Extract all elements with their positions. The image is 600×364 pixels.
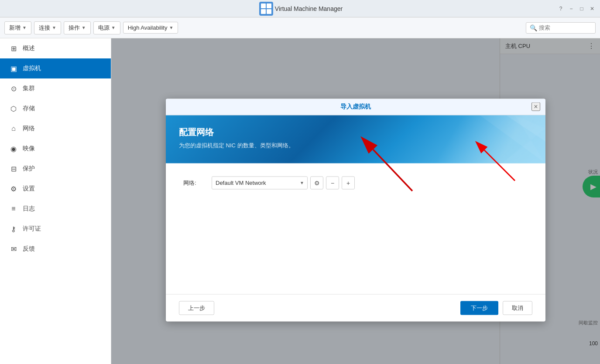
question-btn[interactable]: ? xyxy=(557,5,564,12)
dialog-banner: 配置网络 为您的虚拟机指定 NIC 的数量、类型和网络。 xyxy=(166,115,545,163)
search-icon: 🔍 xyxy=(530,24,537,31)
app-window: 新增 ▼ 连接 ▼ 操作 ▼ 电源 ▼ High Availability ▼ … xyxy=(0,17,600,364)
plus-icon: + xyxy=(346,179,350,186)
sidebar: ⊞ 概述 ▣ 虚拟机 ⊙ 集群 ⬡ 存储 ⌂ 网络 ◉ 映像 xyxy=(0,38,111,364)
svg-marker-1 xyxy=(506,115,545,141)
dialog-footer: 上一步 下一步 取消 xyxy=(166,294,545,321)
sidebar-label-protect: 保护 xyxy=(23,165,35,173)
action-dropdown-arrow[interactable]: ▼ xyxy=(82,25,86,30)
svg-marker-2 xyxy=(502,115,545,163)
sidebar-item-feedback[interactable]: ✉ 反馈 xyxy=(0,239,111,259)
image-icon: ◉ xyxy=(9,144,18,153)
dialog-body: 网络: Default VM Network ▼ ⚙ xyxy=(166,163,545,294)
banner-heading: 配置网络 xyxy=(179,126,294,138)
sidebar-item-network[interactable]: ⌂ 网络 xyxy=(0,119,111,139)
overview-icon: ⊞ xyxy=(9,44,18,53)
sidebar-label-image: 映像 xyxy=(23,145,35,153)
footer-right-buttons: 下一步 取消 xyxy=(460,301,532,315)
banner-description: 为您的虚拟机指定 NIC 的数量、类型和网络。 xyxy=(179,141,294,149)
main-layout: ⊞ 概述 ▣ 虚拟机 ⊙ 集群 ⬡ 存储 ⌂ 网络 ◉ 映像 xyxy=(0,38,600,364)
feedback-icon: ✉ xyxy=(9,244,18,254)
search-bar: 🔍 xyxy=(526,22,596,34)
protect-icon: ⊟ xyxy=(9,164,18,173)
dialog-close-button[interactable]: × xyxy=(531,102,540,111)
minus-icon: − xyxy=(331,179,334,186)
prev-button[interactable]: 上一步 xyxy=(179,301,214,315)
sidebar-label-storage: 存储 xyxy=(23,105,35,112)
vm-icon: ▣ xyxy=(9,64,18,73)
close-btn[interactable]: ✕ xyxy=(589,5,596,12)
gear-icon: ⚙ xyxy=(314,179,320,186)
network-settings-button[interactable]: ⚙ xyxy=(310,176,323,189)
storage-icon: ⬡ xyxy=(9,104,18,113)
ha-dropdown-arrow[interactable]: ▼ xyxy=(169,25,173,30)
connect-button[interactable]: 连接 ▼ xyxy=(34,21,61,34)
banner-decoration xyxy=(393,115,545,163)
cancel-button[interactable]: 取消 xyxy=(503,301,532,315)
search-input[interactable] xyxy=(539,24,591,31)
settings-icon: ⚙ xyxy=(9,184,18,194)
high-availability-button[interactable]: High Availability ▼ xyxy=(123,22,178,34)
maximize-btn[interactable]: □ xyxy=(578,5,585,12)
sidebar-item-protect[interactable]: ⊟ 保护 xyxy=(0,159,111,179)
content-area: 主机 CPU ⋮ ▶ 状况 间歇网 1 ▼ 间歇监控 100 xyxy=(111,38,600,364)
sidebar-label-feedback: 反馈 xyxy=(23,245,35,253)
sidebar-item-vm[interactable]: ▣ 虚拟机 xyxy=(0,58,111,78)
sidebar-item-overview[interactable]: ⊞ 概述 xyxy=(0,38,111,58)
sidebar-item-log[interactable]: ≡ 日志 xyxy=(0,199,111,219)
sidebar-item-image[interactable]: ◉ 映像 xyxy=(0,139,111,159)
app-title: Virtual Machine Manager xyxy=(275,5,343,12)
network-select-wrapper: Default VM Network ▼ ⚙ − + xyxy=(212,176,355,189)
power-button[interactable]: 电源 ▼ xyxy=(93,21,120,34)
cluster-icon: ⊙ xyxy=(9,84,18,93)
toolbar: 新增 ▼ 连接 ▼ 操作 ▼ 电源 ▼ High Availability ▼ … xyxy=(0,17,600,38)
connect-dropdown-arrow[interactable]: ▼ xyxy=(52,25,56,30)
sidebar-label-log: 日志 xyxy=(23,205,35,213)
window-controls: ? − □ ✕ xyxy=(557,5,596,12)
sidebar-label-license: 许可证 xyxy=(23,225,41,233)
title-bar: Virtual Machine Manager ? − □ ✕ xyxy=(0,0,600,17)
minimize-btn[interactable]: − xyxy=(568,5,575,12)
network-form-row: 网络: Default VM Network ▼ ⚙ xyxy=(183,176,528,189)
new-dropdown-arrow[interactable]: ▼ xyxy=(22,25,27,30)
banner-text: 配置网络 为您的虚拟机指定 NIC 的数量、类型和网络。 xyxy=(179,126,294,149)
sidebar-label-cluster: 集群 xyxy=(23,85,35,92)
import-vm-dialog: 导入虚拟机 × 配置网络 为您的虚拟机指定 NIC 的数量、类型和网络。 xyxy=(166,99,545,321)
log-icon: ≡ xyxy=(9,204,18,214)
sidebar-item-storage[interactable]: ⬡ 存储 xyxy=(0,99,111,119)
sidebar-label-overview: 概述 xyxy=(23,44,35,52)
svg-marker-0 xyxy=(480,115,545,163)
app-logo xyxy=(257,0,275,17)
action-button[interactable]: 操作 ▼ xyxy=(64,21,91,34)
sidebar-item-license[interactable]: ⚷ 许可证 xyxy=(0,219,111,239)
network-label: 网络: xyxy=(183,179,205,187)
network-add-button[interactable]: + xyxy=(342,176,355,189)
network-remove-button[interactable]: − xyxy=(326,176,339,189)
sidebar-item-settings[interactable]: ⚙ 设置 xyxy=(0,179,111,199)
network-select-container: Default VM Network ▼ xyxy=(212,176,308,189)
sidebar-label-settings: 设置 xyxy=(23,185,35,193)
license-icon: ⚷ xyxy=(9,224,18,234)
next-button[interactable]: 下一步 xyxy=(460,301,498,315)
sidebar-label-network: 网络 xyxy=(23,125,35,133)
new-button[interactable]: 新增 ▼ xyxy=(4,21,31,34)
network-icon: ⌂ xyxy=(9,124,18,133)
network-select[interactable]: Default VM Network xyxy=(212,176,308,189)
sidebar-label-vm: 虚拟机 xyxy=(23,65,41,72)
sidebar-item-cluster[interactable]: ⊙ 集群 xyxy=(0,78,111,99)
power-dropdown-arrow[interactable]: ▼ xyxy=(111,25,116,30)
dialog-titlebar: 导入虚拟机 × xyxy=(166,99,545,115)
dialog-title: 导入虚拟机 xyxy=(340,103,371,111)
